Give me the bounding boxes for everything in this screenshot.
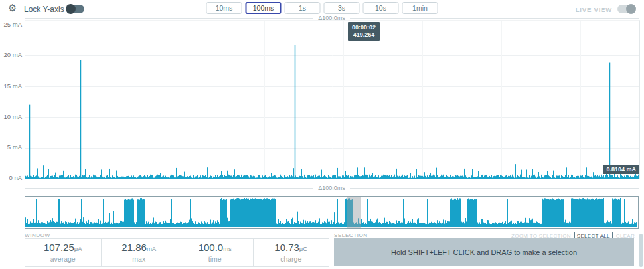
stat-label: max bbox=[132, 255, 145, 263]
main-chart[interactable]: 00:00:02 419.264 0.8104 mA bbox=[25, 20, 640, 179]
minimap-canvas[interactable] bbox=[25, 197, 637, 227]
time-range-3s[interactable]: 3s bbox=[324, 2, 360, 14]
span-line bbox=[25, 188, 313, 189]
latest-value-badge: 0.8104 mA bbox=[603, 165, 639, 174]
window-span-label: Δ100.0ms bbox=[318, 185, 345, 191]
time-range-100ms[interactable]: 100ms bbox=[246, 2, 282, 14]
scrollbar[interactable] bbox=[639, 234, 643, 267]
y-axis-tick: 0 nA bbox=[0, 174, 22, 181]
minimap[interactable] bbox=[25, 196, 639, 229]
stat-label: time bbox=[208, 255, 222, 263]
time-range-1s[interactable]: 1s bbox=[285, 2, 321, 14]
y-axis-tick: 10 mA bbox=[0, 113, 22, 120]
stat-label: average bbox=[50, 255, 76, 263]
stat-unit: mA bbox=[147, 245, 156, 252]
stat-unit: μC bbox=[299, 245, 307, 252]
live-view-label: LIVE VIEW bbox=[576, 6, 612, 13]
y-axis-tick: 15 mA bbox=[0, 82, 22, 90]
window-span-bottom: Δ100.0ms bbox=[25, 185, 639, 191]
power-profiler-app: ⚙ Lock Y-axis 10ms 100ms 1s 3s 10s 1min … bbox=[0, 0, 644, 269]
toggle-knob bbox=[626, 4, 636, 14]
time-range-1min[interactable]: 1min bbox=[402, 2, 438, 14]
stat-unit: μA bbox=[74, 245, 82, 252]
window-stats: 107.25μA average 21.86mA max 100.0ms tim… bbox=[25, 238, 329, 267]
stat-value: 10.73μC bbox=[274, 242, 307, 254]
minimap-selection[interactable] bbox=[347, 197, 361, 228]
selection-section-label: SELECTION bbox=[334, 232, 368, 238]
span-line bbox=[350, 18, 639, 19]
stat-value: 21.86mA bbox=[121, 242, 156, 254]
y-axis-tick: 5 mA bbox=[0, 143, 22, 151]
span-line bbox=[25, 18, 313, 19]
tooltip-time: 00:00:02 bbox=[352, 24, 376, 31]
live-view-toggle[interactable] bbox=[617, 5, 635, 13]
time-range-10s[interactable]: 10s bbox=[363, 2, 399, 14]
stat-unit: ms bbox=[223, 245, 232, 252]
stat-cell-charge: 10.73μC charge bbox=[254, 239, 329, 266]
main-chart-canvas[interactable] bbox=[25, 21, 639, 179]
span-line bbox=[350, 188, 639, 189]
stat-value: 107.25μA bbox=[44, 242, 82, 254]
window-section-label: WINDOW bbox=[25, 232, 50, 238]
toggle-knob bbox=[66, 4, 76, 14]
gear-icon[interactable]: ⚙ bbox=[8, 2, 17, 14]
lock-y-axis-label: Lock Y-axis bbox=[24, 5, 64, 14]
stat-value: 100.0ms bbox=[199, 242, 232, 254]
stat-cell-max: 21.86mA max bbox=[102, 239, 178, 266]
y-axis-tick: 20 mA bbox=[0, 51, 22, 58]
selection-hint: Hold SHIFT+LEFT CLICK and DRAG to make a… bbox=[334, 238, 634, 266]
stat-label: charge bbox=[280, 255, 301, 263]
lock-y-axis-toggle[interactable] bbox=[66, 5, 84, 13]
chart-tooltip: 00:00:02 419.264 bbox=[348, 22, 380, 41]
time-range-10ms[interactable]: 10ms bbox=[206, 2, 242, 14]
tooltip-value: 419.264 bbox=[352, 31, 376, 39]
stat-cell-average: 107.25μA average bbox=[25, 239, 102, 266]
chart-cursor-line[interactable] bbox=[351, 21, 351, 179]
time-range-group: 10ms 100ms 1s 3s 10s 1min bbox=[206, 2, 438, 14]
y-axis-tick: 25 mA bbox=[0, 21, 22, 28]
stat-cell-time: 100.0ms time bbox=[177, 239, 254, 266]
